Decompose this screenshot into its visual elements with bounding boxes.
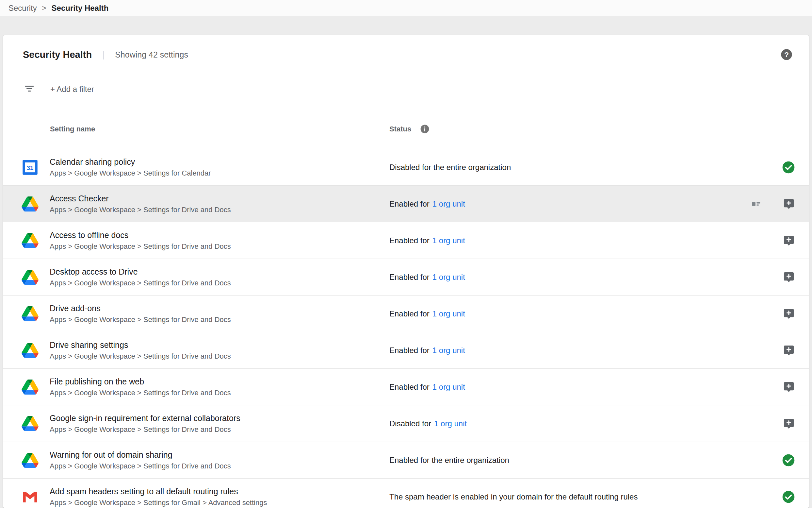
drive-icon <box>21 342 39 359</box>
breadcrumb-security[interactable]: Security <box>8 4 37 13</box>
title-divider: | <box>102 50 104 60</box>
status-text: Disabled for <box>389 419 431 428</box>
setting-name: Drive sharing settings <box>50 340 231 350</box>
flag-plus-icon <box>782 198 795 210</box>
drive-icon <box>21 196 39 212</box>
org-unit-link[interactable]: 1 org unit <box>434 419 467 428</box>
settings-count: Showing 42 settings <box>115 50 188 59</box>
status-text: Enabled for <box>389 272 430 282</box>
flag-plus-icon <box>782 308 795 320</box>
drive-icon <box>21 415 39 432</box>
status-text: Enabled for <box>389 382 430 392</box>
table-row[interactable]: Access to offline docs Apps > Google Wor… <box>3 222 809 259</box>
flag-plus-icon <box>782 344 795 357</box>
setting-path: Apps > Google Workspace > Settings for D… <box>50 425 240 434</box>
column-setting-name: Setting name <box>3 125 389 133</box>
org-unit-link[interactable]: 1 org unit <box>432 309 465 319</box>
svg-text:?: ? <box>784 51 789 59</box>
drive-icon <box>21 232 39 249</box>
table-row[interactable]: Add spam headers setting to all default … <box>3 478 809 508</box>
setting-name: Add spam headers setting to all default … <box>50 487 267 496</box>
setting-path: Apps > Google Workspace > Settings for D… <box>50 389 231 397</box>
flag-plus-icon <box>782 271 795 284</box>
flag-plus-icon <box>782 235 795 247</box>
filter-bar: + Add a filter <box>3 69 809 109</box>
card-header: Security Health | Showing 42 settings ? <box>3 35 809 69</box>
check-circle-icon <box>782 490 795 503</box>
setting-name: Google sign-in requirement for external … <box>50 414 240 423</box>
check-circle-icon <box>782 161 795 174</box>
security-health-card: Security Health | Showing 42 settings ? … <box>3 35 809 508</box>
drive-icon <box>21 269 39 286</box>
help-icon: ? <box>780 48 793 61</box>
table-row[interactable]: 31 Calendar sharing policy Apps > Google… <box>3 149 809 185</box>
drive-icon <box>21 305 39 322</box>
table-row[interactable]: Desktop access to Drive Apps > Google Wo… <box>3 259 809 295</box>
gmail-icon <box>21 489 39 505</box>
breadcrumb-separator-icon: > <box>42 4 46 12</box>
drive-icon <box>21 452 39 469</box>
setting-path: Apps > Google Workspace > Settings for C… <box>50 169 211 177</box>
add-filter-button[interactable]: + Add a filter <box>50 85 94 94</box>
setting-name: File publishing on the web <box>50 377 231 386</box>
status-text: Enabled for <box>389 200 430 209</box>
details-icon[interactable] <box>751 199 762 210</box>
table-row[interactable]: Drive add-ons Apps > Google Workspace > … <box>3 295 809 332</box>
info-icon[interactable] <box>420 124 430 134</box>
table-row[interactable]: Warning for out of domain sharing Apps >… <box>3 441 809 478</box>
check-circle-icon <box>782 454 795 467</box>
page-title: Security Health <box>23 49 92 60</box>
setting-name: Access Checker <box>50 194 231 203</box>
setting-path: Apps > Google Workspace > Settings for G… <box>50 499 267 507</box>
calendar-icon: 31 <box>21 159 39 176</box>
status-text: The spam header is enabled in your domai… <box>389 492 637 502</box>
setting-path: Apps > Google Workspace > Settings for D… <box>50 315 231 324</box>
setting-path: Apps > Google Workspace > Settings for D… <box>50 352 231 361</box>
status-text: Disabled for the entire organization <box>389 163 511 172</box>
setting-path: Apps > Google Workspace > Settings for D… <box>50 242 231 251</box>
flag-plus-icon <box>782 417 795 430</box>
setting-name: Desktop access to Drive <box>50 267 231 277</box>
status-text: Enabled for <box>389 346 430 355</box>
status-text: Enabled for the entire organization <box>389 456 509 465</box>
breadcrumb: Security > Security Health <box>0 0 812 16</box>
org-unit-link[interactable]: 1 org unit <box>432 272 465 282</box>
setting-name: Drive add-ons <box>50 304 231 313</box>
breadcrumb-security-health: Security Health <box>52 4 109 13</box>
table-row[interactable]: Access Checker Apps > Google Workspace >… <box>3 185 809 222</box>
status-text: Enabled for <box>389 236 430 245</box>
table-row[interactable]: Drive sharing settings Apps > Google Wor… <box>3 332 809 369</box>
table-body: 31 Calendar sharing policy Apps > Google… <box>3 149 809 508</box>
setting-path: Apps > Google Workspace > Settings for D… <box>50 279 231 287</box>
status-text: Enabled for <box>389 309 430 319</box>
org-unit-link[interactable]: 1 org unit <box>432 200 465 209</box>
setting-path: Apps > Google Workspace > Settings for D… <box>50 206 231 214</box>
setting-path: Apps > Google Workspace > Settings for D… <box>50 462 231 470</box>
table-row[interactable]: Google sign-in requirement for external … <box>3 405 809 441</box>
filter-icon <box>23 83 35 96</box>
table-row[interactable]: File publishing on the web Apps > Google… <box>3 369 809 405</box>
column-status: Status <box>389 125 411 133</box>
org-unit-link[interactable]: 1 org unit <box>432 236 465 245</box>
help-button[interactable]: ? <box>780 48 793 61</box>
org-unit-link[interactable]: 1 org unit <box>432 382 465 392</box>
drive-icon <box>21 379 39 395</box>
setting-name: Warning for out of domain sharing <box>50 450 231 460</box>
flag-plus-icon <box>782 381 795 393</box>
org-unit-link[interactable]: 1 org unit <box>432 346 465 355</box>
setting-name: Calendar sharing policy <box>50 157 211 167</box>
svg-text:31: 31 <box>27 164 33 171</box>
table-header: Setting name Status <box>3 109 809 149</box>
setting-name: Access to offline docs <box>50 230 231 240</box>
